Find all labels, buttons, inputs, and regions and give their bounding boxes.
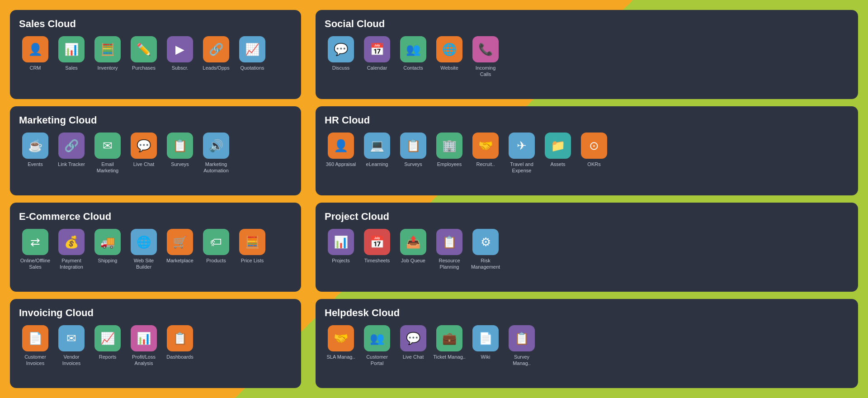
list-item[interactable]: 📊 Profit/Loss Analysis	[127, 325, 160, 367]
list-item[interactable]: 💬 Discuss	[325, 36, 357, 71]
sales-cloud-icons: 👤 CRM 📊 Sales 🧮 Inventory ✏️ Purchases ▶	[19, 36, 292, 71]
website-label: Website	[440, 65, 458, 71]
list-item[interactable]: 🛒 Marketplace	[164, 229, 196, 264]
list-item[interactable]: 🧮 Inventory	[91, 36, 124, 71]
list-item[interactable]: 📋 Dashboards	[164, 325, 196, 360]
social-cloud-title: Social Cloud	[325, 18, 849, 30]
link-tracker-icon: 🔗	[58, 133, 85, 159]
price-lists-icon: 🧮	[239, 229, 265, 255]
elearning-label: eLearning	[366, 161, 388, 167]
subscr-icon: ▶	[167, 36, 193, 62]
list-item[interactable]: 📋 Resource Planning	[433, 229, 466, 270]
link-tracker-label: Link Tracker	[58, 161, 85, 167]
list-item[interactable]: 🔊 Marketing Automation	[200, 133, 232, 174]
customer-portal-icon: 👥	[364, 325, 390, 351]
social-cloud-card: Social Cloud 💬 Discuss 📅 Calendar 👥 Cont…	[316, 10, 858, 99]
list-item[interactable]: 👥 Customer Portal	[361, 325, 393, 367]
list-item[interactable]: 📊 Sales	[55, 36, 88, 71]
list-item[interactable]: 📞 Incoming Calls	[469, 36, 502, 78]
list-item[interactable]: 📄 Wiki	[469, 325, 502, 360]
list-item[interactable]: ✉ Email Marketing	[91, 133, 124, 174]
marketing-cloud-card: Marketing Cloud ☕ Events 🔗 Link Tracker …	[10, 106, 301, 195]
ecommerce-cloud-title: E-Commerce Cloud	[19, 211, 292, 223]
price-lists-label: Price Lists	[241, 257, 264, 264]
list-item[interactable]: 🤝 SLA Manag..	[325, 325, 357, 360]
project-cloud-title: Project Cloud	[325, 211, 849, 223]
list-item[interactable]: 🏷 Products	[200, 229, 232, 264]
marketplace-icon: 🛒	[167, 229, 193, 255]
list-item[interactable]: 📊 Projects	[325, 229, 357, 264]
survey-manag-icon: 📋	[509, 325, 535, 351]
list-item[interactable]: 📅 Timesheets	[361, 229, 393, 264]
wiki-label: Wiki	[481, 354, 491, 360]
list-item[interactable]: ☕ Events	[19, 133, 52, 167]
recruit-icon: 🤝	[472, 133, 499, 159]
list-item[interactable]: 👤 CRM	[19, 36, 52, 71]
risk-management-label: Risk Management	[469, 257, 502, 270]
discuss-label: Discuss	[332, 65, 350, 71]
list-item[interactable]: ✈ Travel and Expense	[505, 133, 538, 174]
marketplace-label: Marketplace	[166, 257, 193, 264]
list-item[interactable]: 👤 360 Appraisal	[325, 133, 357, 167]
crm-label: CRM	[29, 65, 41, 71]
list-item[interactable]: 💻 eLearning	[361, 133, 393, 167]
inventory-icon: 🧮	[94, 36, 121, 62]
right-column: Social Cloud 💬 Discuss 📅 Calendar 👥 Cont…	[308, 10, 858, 388]
okrs-icon: ⊙	[581, 133, 607, 159]
ticket-manag-label: Ticket Manag..	[433, 354, 466, 360]
list-item[interactable]: 🔗 Link Tracker	[55, 133, 88, 167]
list-item[interactable]: 📈 Reports	[91, 325, 124, 360]
employees-icon: 🏢	[436, 133, 462, 159]
list-item[interactable]: 🚚 Shipping	[91, 229, 124, 264]
list-item[interactable]: 🌐 Web Site Builder	[127, 229, 160, 270]
inventory-label: Inventory	[97, 65, 118, 71]
customer-invoices-icon: 📄	[22, 325, 48, 351]
list-item[interactable]: ⚙ Risk Management	[469, 229, 502, 270]
sla-icon: 🤝	[328, 325, 354, 351]
list-item[interactable]: ⊙ OKRs	[578, 133, 610, 167]
products-label: Products	[206, 257, 226, 264]
list-item[interactable]: 🏢 Employees	[433, 133, 466, 167]
list-item[interactable]: 📁 Assets	[542, 133, 574, 167]
invoicing-cloud-title: Invoicing Cloud	[19, 307, 292, 319]
list-item[interactable]: 🌐 Website	[433, 36, 466, 71]
projects-label: Projects	[332, 257, 350, 264]
sales-label: Sales	[65, 65, 78, 71]
surveys-hr-label: Surveys	[404, 161, 422, 167]
marketing-automation-label: Marketing Automation	[200, 161, 232, 174]
wiki-icon: 📄	[472, 325, 499, 351]
list-item[interactable]: ▶ Subscr.	[164, 36, 196, 71]
list-item[interactable]: ✏️ Purchases	[127, 36, 160, 71]
list-item[interactable]: ✉ Vendor Invoices	[55, 325, 88, 367]
list-item[interactable]: 📋 Surveys	[397, 133, 429, 167]
list-item[interactable]: 🤝 Recruit..	[469, 133, 502, 167]
helpdesk-cloud-icons: 🤝 SLA Manag.. 👥 Customer Portal 💬 Live C…	[325, 325, 849, 367]
list-item[interactable]: ⇄ Online/Offline Sales	[19, 229, 52, 270]
list-item[interactable]: 🧮 Price Lists	[236, 229, 269, 264]
list-item[interactable]: 📅 Calendar	[361, 36, 393, 71]
sales-cloud-title: Sales Cloud	[19, 18, 292, 30]
list-item[interactable]: 💬 Live Chat	[127, 133, 160, 167]
employees-label: Employees	[437, 161, 462, 167]
purchases-icon: ✏️	[131, 36, 157, 62]
list-item[interactable]: 💰 Payment Integration	[55, 229, 88, 270]
list-item[interactable]: 👥 Contacts	[397, 36, 429, 71]
list-item[interactable]: 📈 Quotations	[236, 36, 269, 71]
list-item[interactable]: 📋 Survey Manag..	[505, 325, 538, 367]
dashboards-label: Dashboards	[166, 354, 193, 360]
project-cloud-card: Project Cloud 📊 Projects 📅 Timesheets 📤 …	[316, 203, 858, 292]
list-item[interactable]: 📤 Job Queue	[397, 229, 429, 264]
live-chat-hd-label: Live Chat	[403, 354, 424, 360]
profit-loss-icon: 📊	[131, 325, 157, 351]
profit-loss-label: Profit/Loss Analysis	[127, 354, 160, 367]
list-item[interactable]: 🔗 Leads/Opps	[200, 36, 232, 71]
survey-manag-label: Survey Manag..	[505, 354, 538, 367]
list-item[interactable]: 📋 Surveys	[164, 133, 196, 167]
list-item[interactable]: 📄 Customer Invoices	[19, 325, 52, 367]
travel-expense-label: Travel and Expense	[505, 161, 538, 174]
online-offline-label: Online/Offline Sales	[19, 257, 52, 270]
list-item[interactable]: 💼 Ticket Manag..	[433, 325, 466, 360]
vendor-invoices-label: Vendor Invoices	[55, 354, 88, 367]
online-offline-icon: ⇄	[22, 229, 48, 255]
list-item[interactable]: 💬 Live Chat	[397, 325, 429, 360]
